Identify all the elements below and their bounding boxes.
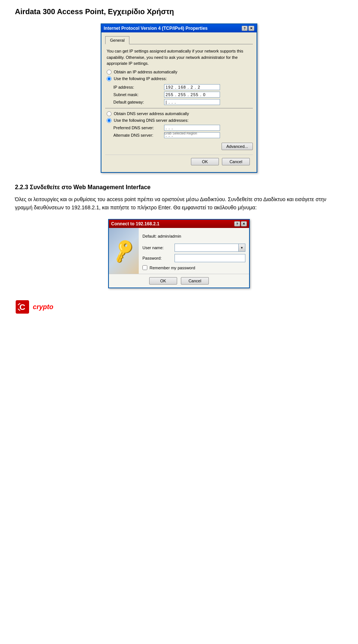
remember-row: Remember my password [142, 265, 245, 270]
username-input-container[interactable]: ▼ [175, 244, 245, 252]
default-credentials: Default: admin/admin [142, 234, 181, 238]
page-title: Airdata 300 Access Point, Εγχειρίδιο Χρή… [15, 7, 343, 16]
ok-button[interactable]: OK [191, 158, 219, 165]
username-input[interactable] [175, 245, 238, 251]
connect-fields: User name: ▼ Password: [142, 244, 245, 262]
connect-dialog: Connect to 192.168.2.1 ? ✕ 🔑 Default: ad… [108, 219, 250, 288]
radio-dns-manual-label: Use the following DNS server addresses: [114, 118, 189, 123]
tab-strip: General [105, 36, 253, 44]
gateway-label: Default gateway: [113, 100, 162, 104]
user-label: User name: [142, 245, 172, 250]
preferred-label: Preferred DNS server: [113, 126, 162, 130]
preferred-dns-field[interactable]: . . . [164, 125, 220, 131]
help-button[interactable]: ? [242, 26, 248, 31]
key-icon: 🔑 [110, 237, 138, 264]
logo-area: C crypto [15, 299, 343, 314]
remember-checkbox[interactable] [142, 265, 147, 270]
radio-auto-ip-row: Obtain an IP address automatically [107, 70, 251, 74]
close-button[interactable]: ✕ [248, 26, 254, 31]
ipv4-body: General You can get IP settings assigned… [101, 32, 257, 172]
advanced-button[interactable]: Advanced... [222, 143, 253, 150]
connect-titlebar: Connect to 192.168.2.1 ? ✕ [109, 220, 249, 228]
password-label: Password: [142, 256, 172, 260]
info-text: You can get IP settings assigned automat… [107, 48, 251, 67]
radio-dns-auto[interactable] [107, 111, 112, 116]
connect-close-button[interactable]: ✕ [241, 221, 247, 226]
cancel-button[interactable]: Cancel [222, 158, 250, 165]
gateway-value-field[interactable]: | . . . [164, 99, 220, 105]
ipv4-dialog: Internet Protocol Version 4 (TCP/IPv4) P… [101, 23, 257, 173]
radio-dns-auto-label: Obtain DNS server address automatically [114, 111, 189, 116]
ip-fields: IP address: 192 . 168 . 2 . 2 Subnet mas… [113, 84, 249, 105]
preferred-value: . . . [166, 126, 173, 130]
ip-value-field[interactable]: 192 . 168 . 2 . 2 [164, 84, 220, 90]
dns-section: Obtain DNS server address automatically … [107, 111, 251, 123]
radio-auto-ip-label: Obtain an IP address automatically [114, 70, 177, 74]
radio-manual-ip[interactable] [107, 76, 112, 81]
ipv4-title: Internet Protocol Version 4 (TCP/IPv4) P… [104, 26, 208, 31]
radio-manual-ip-label: Use the following IP address: [114, 76, 167, 81]
password-input[interactable] [175, 254, 245, 262]
radio-dns-manual-row: Use the following DNS server addresses: [107, 118, 251, 123]
connect-help-button[interactable]: ? [234, 221, 240, 226]
ipv4-footer: OK Cancel [105, 155, 253, 168]
connect-default-info: Default: admin/admin [142, 232, 245, 241]
connect-titlebar-buttons: ? ✕ [234, 221, 247, 226]
gateway-value: | . . . [166, 100, 176, 104]
ip-label: IP address: [113, 85, 162, 89]
dns-fields: Preferred DNS server: . . . Grab Selecte… [113, 125, 249, 138]
connect-cancel-button[interactable]: Cancel [181, 277, 209, 285]
subnet-label: Subnet mask: [113, 92, 162, 97]
ip-value: 192 . 168 . 2 . 2 [166, 85, 200, 89]
body-paragraph: Όλες οι λειτουργίες και οι ρυθμίσεις του… [15, 195, 343, 212]
crypto-logo-icon: C [15, 299, 30, 314]
radio-dns-auto-row: Obtain DNS server address automatically [107, 111, 251, 116]
separator [105, 108, 253, 108]
subnet-value: 255 . 255 . 255 . 0 [166, 92, 206, 97]
radio-manual-ip-row: Use the following IP address: [107, 76, 251, 81]
radio-dns-manual[interactable] [107, 118, 112, 123]
connect-right: Default: admin/admin User name: ▼ Passwo… [139, 228, 249, 274]
connect-body: 🔑 Default: admin/admin User name: ▼ Pass… [109, 228, 249, 274]
subnet-value-field[interactable]: 255 . 255 . 255 . 0 [164, 92, 220, 98]
remember-label: Remember my password [150, 266, 195, 270]
tab-general[interactable]: General [105, 36, 129, 44]
titlebar-buttons: ? ✕ [242, 26, 254, 31]
alternate-label: Alternate DNS server: [113, 133, 162, 137]
section-heading: 2.2.3 Συνδεθείτε στο Web Management Inte… [15, 184, 343, 191]
logo-text: crypto [33, 303, 53, 311]
username-dropdown-arrow[interactable]: ▼ [238, 244, 245, 251]
connect-icon-area: 🔑 [109, 228, 139, 274]
radio-group-ip: Obtain an IP address automatically Use t… [107, 70, 251, 81]
connect-title: Connect to 192.168.2.1 [111, 221, 159, 226]
grab-selected-label: Grab Selected Region [164, 131, 197, 135]
connect-ok-button[interactable]: OK [149, 277, 177, 285]
radio-auto-ip[interactable] [107, 70, 112, 74]
connect-footer: OK Cancel [109, 274, 249, 288]
ipv4-titlebar: Internet Protocol Version 4 (TCP/IPv4) P… [101, 24, 257, 32]
